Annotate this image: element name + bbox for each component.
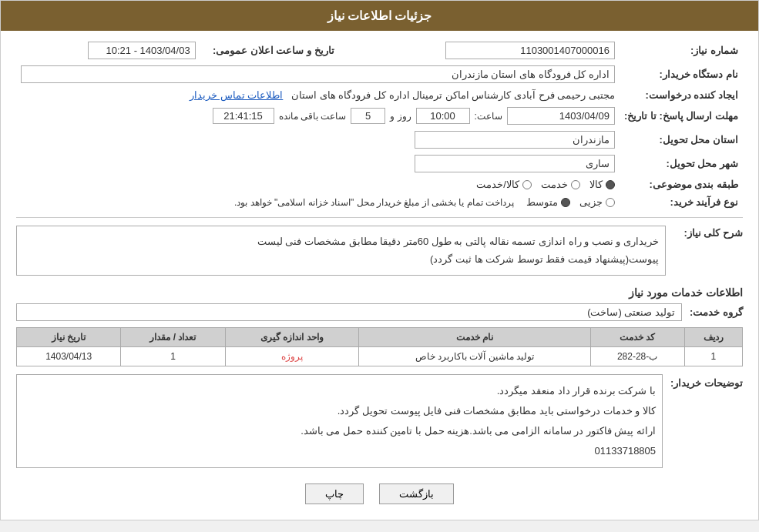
province-value: مازندران [415, 131, 615, 149]
category-label: طبقه بندی موضوعی: [620, 176, 743, 193]
need-number-value: 1103001407000016 [445, 42, 615, 59]
services-section-title: اطلاعات خدمات مورد نیاز [16, 286, 743, 299]
page-title: جزئیات اطلاعات نیاز [327, 9, 432, 22]
back-button[interactable]: بازگشت [379, 483, 454, 504]
col-header-date: تاریخ نیاز [17, 327, 121, 346]
purchase-type-jozi: جزیی [579, 196, 615, 208]
city-label: شهر محل تحویل: [620, 152, 743, 176]
col-header-name: نام خدمت [358, 327, 590, 346]
radio-kala-khedmat [522, 180, 532, 189]
deadline-days: 5 [351, 108, 385, 124]
col-header-rownum: ردیف [684, 327, 743, 346]
need-number-label: شماره نیاز: [620, 38, 743, 62]
deadline-time: 10:00 [416, 108, 470, 124]
buyer-notes-content: با شرکت برنده قرار داد منعقد میگردد. کال… [16, 374, 663, 468]
page-header: جزئیات اطلاعات نیاز [1, 1, 758, 31]
buyer-note-line3: ارائه پیش فاکتور در سامانه الزامی می باش… [23, 421, 656, 441]
cell-rownum: 1 [684, 346, 743, 366]
deadline-label: مهلت ارسال پاسخ: تا تاریخ: [620, 104, 743, 128]
radio-jozi [606, 198, 615, 207]
group-value: تولید صنعتی (ساخت) [16, 303, 682, 321]
purchase-type-note: پرداخت تمام یا بخشی از مبلغ خریدار محل "… [234, 197, 514, 208]
cell-qty: 1 [121, 346, 225, 366]
description-box: خریداری و نصب و راه اندازی تسمه نقاله پا… [16, 226, 666, 276]
deadline-day-label: روز و [390, 111, 411, 122]
col-header-code: کد خدمت [590, 327, 684, 346]
description-line1: خریداری و نصب و راه اندازی تسمه نقاله پا… [23, 233, 659, 250]
radio-khedmat [571, 180, 580, 189]
cell-unit: پروژه [225, 346, 358, 366]
buyer-note-line1: با شرکت برنده قرار داد منعقد میگردد. [23, 381, 656, 401]
category-option-kala: کالا [589, 179, 615, 190]
category-option-khedmat: خدمت [541, 179, 580, 190]
purchase-type-label: نوع فرآیند خرید: [620, 193, 743, 211]
deadline-remaining-label: ساعت باقی مانده [279, 111, 347, 122]
table-row: 1 ب-28-282 تولید ماشین آلات باکاربرد خاص… [17, 346, 743, 366]
buyer-notes-label: توضیحات خریدار: [670, 374, 743, 389]
radio-kala [606, 180, 615, 189]
cell-name: تولید ماشین آلات باکاربرد خاص [358, 346, 590, 366]
cell-date: 1403/04/13 [17, 346, 121, 366]
city-value: ساری [415, 155, 615, 172]
col-header-qty: تعداد / مقدار [121, 327, 225, 346]
buttons-row: بازگشت چاپ [16, 476, 743, 512]
buyer-org-label: نام دستگاه خریدار: [620, 62, 743, 86]
buyer-note-line2: کالا و خدمات درخواستی باید مطابق مشخصات … [23, 401, 656, 421]
col-header-unit: واحد اندازه گیری [225, 327, 358, 346]
buyer-org-value: اداره کل فرودگاه های استان مازندران [21, 65, 615, 83]
creator-label: ایجاد کننده درخواست: [620, 86, 743, 104]
description-label: شرح کلی نیاز: [673, 223, 743, 239]
category-option-kala-khedmat: کالا/خدمت [476, 179, 532, 190]
purchase-type-motovaset: متوسط [526, 196, 570, 208]
buyer-note-phone: 01133718805 [23, 441, 656, 461]
print-button[interactable]: چاپ [305, 483, 364, 504]
creator-value: مجتبی رحیمی فرح آبادی کارشناس اماکن ترمی… [291, 89, 615, 101]
announce-value: 1403/04/03 - 10:21 [88, 42, 196, 59]
radio-motovaset [561, 198, 570, 207]
creator-contact-link[interactable]: اطلاعات تماس خریدار [190, 89, 283, 101]
deadline-time-label: ساعت: [475, 111, 502, 122]
cell-code: ب-28-282 [590, 346, 684, 366]
description-line2: پیوست(پیشنهاد قیمت فقط توسط شرکت ها ثبت … [23, 250, 659, 268]
announce-label: تاریخ و ساعت اعلان عمومی: [200, 38, 339, 62]
deadline-remaining: 21:41:15 [213, 108, 274, 124]
deadline-date: 1403/04/09 [507, 107, 615, 125]
group-label: گروه خدمت: [690, 306, 743, 318]
province-label: استان محل تحویل: [620, 128, 743, 152]
